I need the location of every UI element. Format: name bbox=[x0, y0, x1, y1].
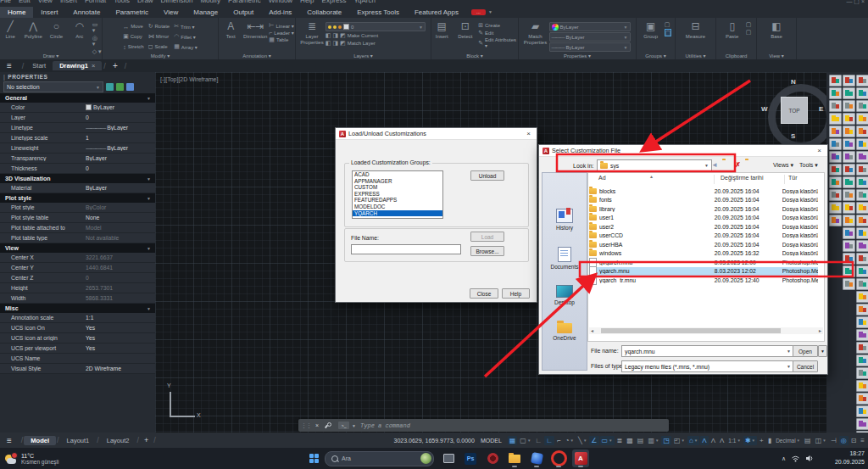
group-item-acad[interactable]: ACAD bbox=[353, 171, 442, 178]
tool-paste[interactable]: ▯Paste bbox=[721, 20, 743, 52]
place-onedrive[interactable]: OneDrive bbox=[542, 323, 587, 341]
status-toggle-3[interactable]: ∟ bbox=[544, 436, 554, 445]
palette-tool-button[interactable] bbox=[856, 304, 868, 315]
status-toggle-29[interactable]: ≡ bbox=[859, 436, 866, 445]
palette-tool-button[interactable] bbox=[856, 380, 868, 392]
file-row-library[interactable]: library20.09.2025 16:04Dosya klasörü bbox=[589, 204, 818, 214]
palette-tool-button[interactable] bbox=[843, 189, 855, 201]
group-item-express[interactable]: EXPRESS bbox=[353, 191, 442, 198]
file-row-windows[interactable]: windows20.09.2025 16:32Dosya klasörü bbox=[589, 249, 818, 259]
command-close-icon[interactable]: × bbox=[315, 422, 319, 428]
tool-arc[interactable]: ◠Arc bbox=[70, 20, 90, 52]
menu-item-window[interactable]: Window bbox=[269, 0, 292, 7]
start-button[interactable] bbox=[309, 454, 319, 463]
ribbon-tab-collaborate[interactable]: Collaborate bbox=[299, 7, 349, 18]
scroll-right-icon[interactable]: ▸ bbox=[819, 327, 821, 334]
palette-tool-button[interactable] bbox=[829, 164, 842, 176]
property-value[interactable]: 3221.6637 bbox=[86, 254, 155, 260]
help-button[interactable]: Help bbox=[502, 288, 530, 299]
palette-tool-button[interactable] bbox=[843, 113, 855, 125]
groups-mini-icon[interactable]: ▢ bbox=[665, 29, 672, 36]
status-toggle-16[interactable]: Λ bbox=[700, 436, 708, 445]
tool-match-properties[interactable]: ▰MatchProperties bbox=[525, 20, 547, 52]
column-date[interactable]: Değiştirme tarihi bbox=[721, 175, 764, 185]
tool-group[interactable]: ▣Group bbox=[640, 20, 662, 52]
tool-create[interactable]: ⊞Create bbox=[478, 22, 518, 29]
file-row-fonts[interactable]: fonts20.09.2025 16:04Dosya klasörü bbox=[589, 196, 818, 205]
property-value[interactable]: ByLayer bbox=[86, 185, 155, 191]
palette-tool-button[interactable] bbox=[843, 278, 855, 290]
file-name-input[interactable] bbox=[351, 244, 461, 254]
layer-state-icon[interactable] bbox=[333, 25, 337, 29]
tool-base[interactable]: ◧Base bbox=[765, 20, 787, 52]
property-dropdown-1[interactable]: ———ByLayer▼ bbox=[549, 32, 631, 42]
panel-label-draw[interactable]: Draw ▾ bbox=[0, 53, 102, 59]
palette-tool-button[interactable] bbox=[856, 113, 868, 125]
viewcube[interactable]: N S W E TOP bbox=[763, 79, 824, 140]
ribbon-tab-featured-apps[interactable]: Featured Apps bbox=[407, 7, 466, 18]
menu-item-parametric[interactable]: Parametric bbox=[228, 0, 261, 7]
property-value[interactable]: 0 bbox=[86, 114, 155, 120]
file-row-userHBA[interactable]: userHBA20.09.2025 16:04Dosya klasörü bbox=[589, 240, 818, 249]
layer-state-icon[interactable] bbox=[328, 25, 331, 29]
group-item-modeldoc[interactable]: MODELDOC bbox=[353, 204, 442, 210]
viewcube-east[interactable]: E bbox=[819, 105, 823, 113]
group-item-custom[interactable]: CUSTOM bbox=[353, 184, 442, 191]
command-input[interactable]: Type a command bbox=[360, 422, 410, 429]
collapse-caret-icon[interactable]: ▼ bbox=[147, 96, 151, 101]
taskbar-app-task-view[interactable] bbox=[440, 449, 457, 467]
select-objects-icon[interactable] bbox=[116, 83, 124, 91]
property-value[interactable]: Not available bbox=[86, 235, 155, 241]
place-documents[interactable]: Documents bbox=[542, 247, 587, 270]
speaker-icon[interactable] bbox=[805, 455, 814, 462]
palette-tool-button[interactable] bbox=[829, 100, 842, 112]
palette-tool-button[interactable] bbox=[856, 405, 868, 417]
palette-tool-button[interactable] bbox=[829, 202, 842, 214]
file-row-gvgarch.mnu[interactable]: gvgarch.mnu8.03.2023 12:00Photoshop.Mer bbox=[589, 258, 818, 267]
customization-groups-list[interactable]: ACADAPPMANAGERCUSTOMEXPRESSFEATUREDAPPSM… bbox=[352, 170, 443, 219]
tool-mirror[interactable]: ⋈Mirror bbox=[148, 31, 170, 42]
menu-item-modify[interactable]: Modify bbox=[200, 0, 220, 7]
property-value[interactable]: Yes bbox=[86, 325, 155, 331]
palette-tool-button[interactable] bbox=[856, 240, 868, 252]
property-value[interactable]: 2653.7301 bbox=[86, 285, 155, 291]
wifi-icon[interactable] bbox=[791, 455, 800, 462]
palette-tool-button[interactable] bbox=[856, 176, 868, 188]
tool-copy[interactable]: ▣Copy bbox=[123, 31, 144, 42]
layer-state-icon[interactable] bbox=[338, 25, 342, 29]
window-controls[interactable]: — ▢ × bbox=[846, 0, 865, 5]
viewcube-south[interactable]: S bbox=[791, 132, 795, 140]
palette-tool-button[interactable] bbox=[829, 189, 842, 201]
new-layout-button[interactable]: + bbox=[144, 436, 148, 444]
taskbar-app-blue-app[interactable] bbox=[528, 449, 545, 467]
palette-tool-button[interactable] bbox=[856, 418, 868, 430]
tool-edit-attributes[interactable]: ✎Edit Attributes ▾ bbox=[478, 37, 518, 48]
status-toggle-8[interactable]: ▭▼ bbox=[600, 436, 615, 445]
palette-tool-button[interactable] bbox=[856, 367, 868, 379]
property-dropdown-2[interactable]: ———ByLayer▼ bbox=[549, 42, 631, 52]
property-value[interactable]: Model bbox=[86, 225, 155, 231]
status-toggle-11[interactable]: ▤ bbox=[636, 436, 646, 445]
tab-drawing1[interactable]: Drawing1× bbox=[53, 61, 102, 70]
menu-burger-icon[interactable]: ≡ bbox=[7, 61, 12, 70]
palette-tool-button[interactable] bbox=[843, 240, 855, 252]
file-row-yqarch_tr.mnu[interactable]: yqarch_tr.mnu20.09.2025 12:40Photoshop.M… bbox=[589, 276, 818, 285]
menu-item-yqarch[interactable]: YqArch bbox=[353, 0, 376, 7]
status-toggle-7[interactable]: ∠ bbox=[589, 436, 598, 445]
palette-tool-button[interactable] bbox=[856, 202, 868, 214]
group-item-appmanager[interactable]: APPMANAGER bbox=[353, 178, 442, 185]
property-value[interactable]: None bbox=[86, 215, 155, 221]
palette-tool-button[interactable] bbox=[843, 202, 855, 214]
status-toggle-6[interactable]: ╲▼ bbox=[576, 436, 588, 445]
ribbon-tab-add-ins[interactable]: Add-ins bbox=[261, 7, 299, 18]
palette-tool-button[interactable] bbox=[829, 215, 842, 226]
views-menu[interactable]: Views ▾ bbox=[773, 162, 793, 169]
palette-tool-button[interactable] bbox=[856, 278, 868, 290]
property-value[interactable]: Yes bbox=[86, 345, 155, 351]
status-toggle-19[interactable]: 1:1▼ bbox=[726, 437, 743, 444]
files-of-type-combo[interactable]: Legacy menu files (*.mns, *.mnu)▼ bbox=[621, 360, 794, 372]
status-toggle-24[interactable]: ▤ bbox=[803, 436, 813, 445]
panel-label-groups[interactable]: Groups ▾ bbox=[637, 53, 675, 59]
viewcube-top-face[interactable]: TOP bbox=[781, 97, 808, 124]
tool-leader[interactable]: ⌐Leader ▾ bbox=[269, 30, 293, 36]
